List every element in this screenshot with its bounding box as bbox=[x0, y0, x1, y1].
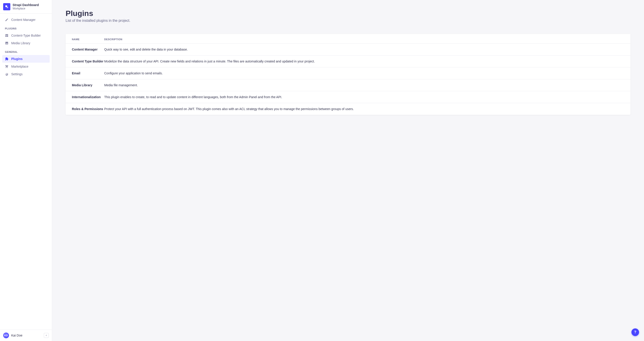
plugin-description: This plugin enables to create, to read a… bbox=[104, 91, 630, 103]
plugin-description: Modelize the data structure of your API.… bbox=[104, 56, 630, 68]
sidebar-item-settings[interactable]: Settings bbox=[2, 70, 50, 78]
sidebar-item-marketplace[interactable]: Marketplace bbox=[2, 63, 50, 70]
table-row: Roles & Permissions Protect your API wit… bbox=[66, 103, 630, 115]
plugin-name: Content Manager bbox=[66, 44, 104, 56]
table-row: Content Manager Quick way to see, edit a… bbox=[66, 44, 630, 56]
plugin-name: Media Library bbox=[66, 79, 104, 91]
plugin-description: Protect your API with a full authenticat… bbox=[104, 103, 630, 115]
brand-title: Strapi Dashboard bbox=[12, 3, 39, 7]
sidebar-item-content-type-builder[interactable]: Content-Type Builder bbox=[2, 32, 50, 39]
page-title: Plugins bbox=[66, 9, 630, 18]
plugin-name: Roles & Permissions bbox=[66, 103, 104, 115]
collapse-sidebar-button[interactable] bbox=[44, 333, 49, 338]
sidebar-item-plugins[interactable]: Plugins bbox=[2, 55, 50, 63]
table-row: Email Configure your application to send… bbox=[66, 68, 630, 79]
column-header-description: DESCRIPTION bbox=[104, 34, 630, 44]
sidebar-header: Strapi Dashboard Workplace bbox=[0, 0, 52, 14]
avatar: KD bbox=[3, 332, 9, 338]
plugin-description: Quick way to see, edit and delete the da… bbox=[104, 44, 630, 56]
sidebar-item-label: Media Library bbox=[11, 41, 30, 45]
question-mark-icon: ? bbox=[634, 330, 636, 334]
strapi-logo-icon bbox=[3, 3, 10, 10]
table-row: Internationalization This plugin enables… bbox=[66, 91, 630, 103]
svg-rect-1 bbox=[7, 7, 8, 8]
cart-icon bbox=[5, 65, 8, 68]
plugins-table-card: NAME DESCRIPTION Content Manager Quick w… bbox=[66, 34, 630, 115]
table-row: Content Type Builder Modelize the data s… bbox=[66, 56, 630, 68]
sidebar-item-media-library[interactable]: Media Library bbox=[2, 39, 50, 47]
plugin-name: Internationalization bbox=[66, 91, 104, 103]
chevron-left-icon bbox=[45, 334, 48, 337]
sidebar: Strapi Dashboard Workplace Content Manag… bbox=[0, 0, 52, 341]
plugin-name: Content Type Builder bbox=[66, 56, 104, 68]
username: Kai Doe bbox=[11, 334, 44, 337]
gear-icon bbox=[5, 72, 8, 76]
pencil-square-icon bbox=[5, 18, 8, 22]
sidebar-item-label: Marketplace bbox=[11, 65, 28, 68]
page-subtitle: List of the installed plugins in the pro… bbox=[66, 19, 630, 23]
plugin-description: Media file management. bbox=[104, 79, 630, 91]
puzzle-icon bbox=[5, 57, 8, 61]
plugin-name: Email bbox=[66, 68, 104, 79]
sidebar-item-label: Content Manager bbox=[11, 18, 36, 22]
column-header-name: NAME bbox=[66, 34, 104, 44]
sidebar-item-content-manager[interactable]: Content Manager bbox=[2, 16, 50, 24]
sidebar-item-label: Plugins bbox=[11, 57, 23, 61]
layout-icon bbox=[5, 34, 8, 37]
image-icon bbox=[5, 41, 8, 45]
brand-subtitle: Workplace bbox=[12, 7, 39, 10]
sidebar-item-label: Content-Type Builder bbox=[11, 34, 41, 37]
plugin-description: Configure your application to send email… bbox=[104, 68, 630, 79]
main-content: Plugins List of the installed plugins in… bbox=[52, 0, 644, 341]
sidebar-item-label: Settings bbox=[11, 72, 23, 76]
plugins-table: NAME DESCRIPTION Content Manager Quick w… bbox=[66, 34, 630, 115]
table-row: Media Library Media file management. bbox=[66, 79, 630, 91]
nav-section-plugins: PLUGINS bbox=[2, 24, 50, 32]
sidebar-footer: KD Kai Doe bbox=[0, 330, 52, 341]
help-button[interactable]: ? bbox=[632, 328, 639, 336]
sidebar-nav: Content Manager PLUGINS Content-Type Bui… bbox=[0, 14, 52, 330]
nav-section-general: GENERAL bbox=[2, 47, 50, 55]
